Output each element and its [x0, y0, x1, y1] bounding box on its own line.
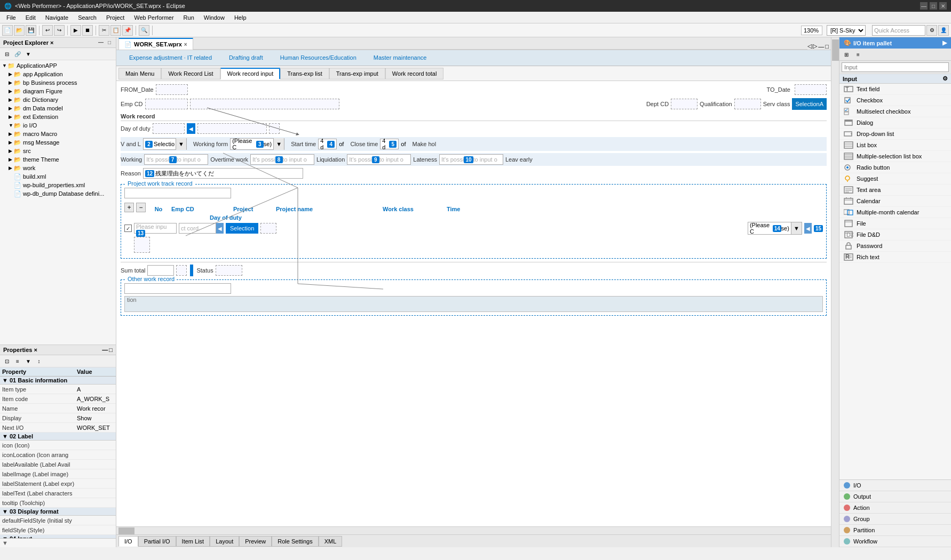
status-input[interactable]: [216, 265, 242, 276]
rp-item-richtext[interactable]: R Rich text: [839, 252, 951, 263]
liquidation-input[interactable]: It's possi9 to input o: [347, 154, 411, 165]
tb-btn-run[interactable]: ▶: [70, 25, 81, 36]
row-time-arrow[interactable]: ◀: [804, 223, 812, 234]
page-tab-transimput[interactable]: Trans-exp imput: [329, 68, 385, 79]
prop-min-btn[interactable]: —: [102, 347, 108, 353]
rp-item-radio[interactable]: Radio button: [839, 162, 951, 173]
quick-access[interactable]: Quick Access: [872, 25, 925, 36]
nav-tab-drafting[interactable]: Drafting draft: [220, 52, 272, 65]
prop-max-btn[interactable]: □: [109, 347, 113, 353]
tree-item-work[interactable]: ▶ 📂 work: [0, 164, 116, 172]
rp-filter-input[interactable]: [842, 62, 949, 72]
tb-btn-save[interactable]: 💾: [26, 25, 36, 36]
minimize-btn[interactable]: —: [920, 2, 928, 10]
file-tab-close[interactable]: ×: [184, 42, 187, 47]
working-form-input[interactable]: (Please C 3 se): [231, 139, 273, 149]
tree-item-app-app[interactable]: ▶ 📂 app Application: [0, 70, 116, 78]
rp-item-dialog[interactable]: Dialog: [839, 117, 951, 129]
tab-scroll-left[interactable]: ◁: [807, 43, 812, 50]
nav-tab-master[interactable]: Master maintenance: [365, 52, 435, 65]
rp-item-password[interactable]: Password: [839, 241, 951, 252]
prop-btn1[interactable]: ⊡: [2, 356, 12, 366]
tree-item-ext[interactable]: ▶ 📂 ext Extension: [0, 113, 116, 121]
row-selection-btn[interactable]: Selection: [226, 223, 258, 234]
row-emp-input[interactable]: Please inpu13: [134, 223, 177, 234]
tree-item-app[interactable]: ▼ 📁 ApplicationAPP: [0, 61, 116, 70]
tree-item-diagram[interactable]: ▶ 📂 diagram Figure: [0, 87, 116, 95]
tree-item-dic[interactable]: ▶ 📂 dic Dictionary: [0, 95, 116, 104]
tree-item-dm[interactable]: ▶ 📂 dm Data model: [0, 104, 116, 113]
project-add-btn[interactable]: +: [124, 203, 134, 212]
tb-btn-cut[interactable]: ✂: [99, 25, 109, 36]
rp-bottom-group[interactable]: Group: [839, 514, 951, 525]
sum-total-check[interactable]: [176, 265, 187, 276]
menu-project[interactable]: Project: [102, 13, 129, 22]
rp-item-dropdown[interactable]: Drop-down list: [839, 129, 951, 140]
row-checkbox[interactable]: [124, 225, 132, 232]
project-remove-btn[interactable]: −: [136, 203, 146, 212]
tree-item-buildxml[interactable]: ▶ 📄 build.xml: [0, 172, 116, 181]
rp-bottom-io[interactable]: I/O: [839, 480, 951, 491]
tb-btn-redo[interactable]: ↪: [54, 25, 65, 36]
rp-item-multicalendar[interactable]: Multiple-month calendar: [839, 207, 951, 218]
prop-btn2[interactable]: ≡: [13, 356, 22, 366]
lateness-input[interactable]: It's possi10 to input o: [439, 154, 503, 165]
extra-input[interactable]: [134, 237, 150, 253]
rp-item-file[interactable]: File: [839, 218, 951, 229]
tree-item-wbprop[interactable]: ▶ 📄 wp-build_properties.xml: [0, 181, 116, 189]
tb-btn-stop[interactable]: ⏹: [82, 25, 93, 36]
reason-input[interactable]: 12 残業理由をかいてくだ: [143, 168, 303, 179]
tab-minimize[interactable]: —: [818, 43, 824, 50]
tree-item-msg[interactable]: ▶ 📂 msg Message: [0, 138, 116, 147]
to-date-input[interactable]: [795, 84, 827, 95]
vertical-scrollbar[interactable]: [831, 37, 839, 547]
page-tab-workinput[interactable]: Work record input: [220, 68, 281, 79]
tab-maximize[interactable]: □: [825, 43, 829, 50]
row-project-input[interactable]: ct cord.: [179, 223, 216, 234]
rp-bottom-action[interactable]: Action: [839, 502, 951, 514]
tree-item-macro[interactable]: ▶ 📂 macro Macro: [0, 130, 116, 138]
pe-collapse-btn[interactable]: ⊟: [2, 49, 12, 59]
tb-btn-misc1[interactable]: ⚙: [926, 25, 937, 36]
pe-filter-btn[interactable]: ▼: [23, 49, 33, 59]
bottom-tab-itemlist[interactable]: Item List: [176, 536, 210, 547]
tree-item-wpdb[interactable]: ▶ 📄 wp-db_dump Database defini...: [0, 189, 116, 198]
nav-tab-hr[interactable]: Human Resources/Education: [272, 52, 365, 65]
page-tab-main[interactable]: Main Menu: [118, 68, 161, 79]
tb-btn-open[interactable]: 📂: [14, 25, 25, 36]
page-tab-worktotal[interactable]: Work record total: [385, 68, 444, 79]
prop-btn4[interactable]: ↕: [34, 356, 44, 366]
from-date-input[interactable]: [156, 84, 188, 95]
rp-bottom-partition[interactable]: Partition: [839, 525, 951, 536]
tree-item-src[interactable]: ▶ 📂 src: [0, 147, 116, 155]
menu-webperformer[interactable]: Web Performer: [130, 13, 178, 22]
prop-btn3[interactable]: ▼: [23, 356, 33, 366]
start-time-input[interactable]: 4 d 4: [318, 139, 337, 149]
horiz-scroll-thumb[interactable]: [118, 527, 134, 534]
overtime-input[interactable]: It's possi8 to input o: [250, 154, 314, 165]
rp-item-textfield[interactable]: T Text field: [839, 84, 951, 95]
rp-item-multicheck[interactable]: Multiselect checkbox: [839, 106, 951, 117]
emp-cd-input2[interactable]: [190, 99, 339, 109]
day-duty-input3[interactable]: [269, 123, 280, 134]
menu-run[interactable]: Run: [179, 13, 199, 22]
v-and-l-dropdown[interactable]: ▼: [176, 138, 186, 150]
rp-bottom-output[interactable]: Output: [839, 491, 951, 502]
emp-cd-input[interactable]: [145, 99, 188, 109]
project-search-input[interactable]: [124, 188, 231, 198]
qualification-input[interactable]: [734, 99, 761, 109]
tb-btn-misc2[interactable]: 👤: [938, 25, 949, 36]
page-tab-translist[interactable]: Trans-exp list: [280, 68, 329, 79]
rp-item-listbox[interactable]: List box: [839, 140, 951, 151]
menu-navigate[interactable]: Navigate: [41, 13, 73, 22]
pe-min-btn[interactable]: —: [97, 39, 105, 46]
working-input[interactable]: It's possi7 to input o: [144, 154, 208, 165]
row-project-arrow[interactable]: ◀: [216, 223, 224, 234]
maximize-btn[interactable]: □: [930, 2, 937, 10]
bottom-tab-io[interactable]: I/O: [118, 536, 138, 547]
day-duty-input2[interactable]: [197, 123, 267, 134]
rp-grid-btn[interactable]: ⊞: [842, 50, 851, 59]
pe-link-btn[interactable]: 🔗: [13, 49, 22, 59]
tree-item-bp[interactable]: ▶ 📂 bp Business process: [0, 78, 116, 87]
close-btn[interactable]: ✕: [939, 2, 947, 10]
